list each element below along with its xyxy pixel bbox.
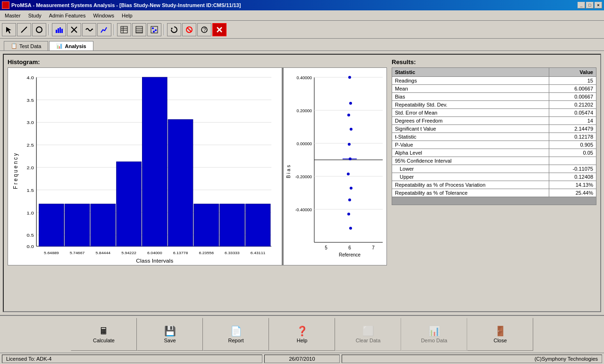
table-row: Repeatability as % of Process Variation1…	[392, 181, 596, 189]
stat-name: Mean	[392, 85, 549, 93]
tab-analysis[interactable]: 📊 Analysis	[49, 41, 93, 50]
calculate-button[interactable]: 🖩 Calculate	[71, 318, 137, 351]
save-icon: 💾	[164, 325, 176, 337]
clear-data-button[interactable]: ⬜ Clear Data	[335, 318, 401, 351]
refresh-btn[interactable]	[167, 23, 181, 36]
calculate-icon: 🖩	[99, 326, 109, 337]
svg-text:-0.20000: -0.20000	[295, 174, 312, 179]
save-label: Save	[164, 338, 176, 343]
menu-item-admin[interactable]: Admin Features	[45, 12, 90, 19]
svg-text:5.64889: 5.64889	[44, 250, 59, 255]
svg-text:3.5: 3.5	[27, 98, 34, 102]
stat-value	[549, 157, 596, 165]
svg-point-86	[349, 102, 352, 105]
title-controls: _ □ ×	[578, 2, 602, 8]
tab-test-data[interactable]: 📋 Test Data	[4, 41, 48, 50]
maximize-btn[interactable]: □	[586, 2, 594, 8]
report-icon: 📄	[230, 325, 242, 337]
close-bottom-button[interactable]: 🚪 Close	[467, 318, 533, 351]
table-row: Mean6.00667	[392, 85, 596, 93]
svg-rect-50	[91, 204, 116, 247]
svg-rect-6	[61, 29, 63, 33]
analysis-tab-label: Analysis	[65, 43, 86, 49]
svg-point-20	[153, 31, 155, 33]
svg-rect-54	[194, 204, 219, 247]
table-row: Repeatability as % of Tolerance25.44%	[392, 189, 596, 197]
svg-text:F r e q u e n c y: F r e q u e n c y	[12, 153, 18, 189]
svg-rect-53	[168, 119, 193, 246]
svg-point-87	[347, 114, 350, 116]
bar-chart-tool[interactable]	[52, 23, 66, 36]
calculate-label: Calculate	[93, 338, 115, 343]
svg-text:B i a s: B i a s	[286, 165, 291, 178]
table-tool[interactable]	[117, 23, 131, 36]
stat-value: 2.14479	[549, 125, 596, 133]
svg-rect-9	[121, 26, 127, 33]
close-tool-btn[interactable]	[212, 23, 226, 36]
help-bottom-icon: ❓	[296, 325, 308, 337]
title-bar: ProMSA - Measurement Systems Analysis - …	[0, 0, 604, 10]
svg-text:Class Intervals: Class Intervals	[136, 258, 173, 264]
line-tool[interactable]	[17, 23, 31, 36]
scatter-tool[interactable]	[147, 23, 161, 36]
stat-name: Degrees of Freedom	[392, 117, 549, 125]
circle-tool[interactable]	[32, 23, 46, 36]
menu-bar: Master Study Admin Features Windows Help	[0, 10, 604, 21]
pointer-tool[interactable]	[2, 23, 16, 36]
svg-text:3.0: 3.0	[27, 120, 34, 125]
svg-point-93	[348, 199, 351, 201]
stat-name: t-Statistic	[392, 133, 549, 141]
save-button[interactable]: 💾 Save	[137, 318, 203, 351]
svg-text:1.5: 1.5	[27, 188, 34, 192]
svg-text:6.43111: 6.43111	[251, 250, 266, 255]
stat-name: Alpha Level	[392, 149, 549, 157]
svg-text:0.0: 0.0	[27, 244, 34, 249]
stat-value: 0.905	[549, 141, 596, 149]
stat-value: 15	[549, 77, 596, 85]
svg-point-92	[350, 187, 352, 190]
svg-marker-0	[6, 27, 11, 33]
toolbar-sep1	[49, 24, 50, 35]
status-company: (C)Symphony Technologies	[342, 355, 602, 363]
svg-point-2	[36, 27, 42, 33]
menu-item-help[interactable]: Help	[118, 12, 136, 19]
report-button[interactable]: 📄 Report	[203, 318, 269, 351]
test-data-tab-label: Test Data	[19, 43, 41, 49]
menu-item-windows[interactable]: Windows	[89, 12, 118, 19]
stat-value: 0.05474	[549, 109, 596, 117]
stop-btn[interactable]	[182, 23, 196, 36]
toolbar-sep2	[114, 24, 115, 35]
stat-value: 0.12178	[549, 133, 596, 141]
report-label: Report	[228, 338, 243, 343]
graph-tool[interactable]	[97, 23, 111, 36]
menu-item-master[interactable]: Master	[1, 12, 25, 19]
svg-rect-55	[220, 204, 245, 247]
stat-name: Upper	[392, 173, 549, 181]
cross-tool[interactable]	[67, 23, 81, 36]
svg-point-88	[350, 128, 352, 131]
svg-text:6: 6	[348, 245, 351, 250]
svg-text:Reference: Reference	[339, 252, 361, 257]
main-content: Histogram: F r e q u e n c y	[0, 51, 604, 315]
demo-data-button[interactable]: 📊 Demo Data	[401, 318, 467, 351]
help-btn[interactable]: ?	[197, 23, 211, 36]
stat-name: Significant t Value	[392, 125, 549, 133]
stat-value: 0.00667	[549, 93, 596, 101]
table-row: 95% Confidence Interval	[392, 157, 596, 165]
wave-tool[interactable]	[82, 23, 96, 36]
svg-point-95	[349, 227, 352, 230]
svg-point-89	[348, 143, 351, 146]
help-bottom-button[interactable]: ❓ Help	[269, 318, 335, 351]
menu-item-study[interactable]: Study	[25, 12, 45, 19]
clear-data-label: Clear Data	[356, 338, 381, 343]
svg-text:5.84444: 5.84444	[96, 250, 111, 255]
close-btn[interactable]: ×	[595, 2, 602, 8]
svg-text:7: 7	[372, 245, 375, 250]
svg-rect-51	[117, 162, 142, 246]
stat-value: 6.00667	[549, 85, 596, 93]
analysis-tab-icon: 📊	[56, 43, 63, 49]
table-row: Lower-0.11075	[392, 165, 596, 173]
svg-text:0.5: 0.5	[27, 233, 34, 238]
minimize-btn[interactable]: _	[578, 2, 585, 8]
column-tool[interactable]	[132, 23, 146, 36]
